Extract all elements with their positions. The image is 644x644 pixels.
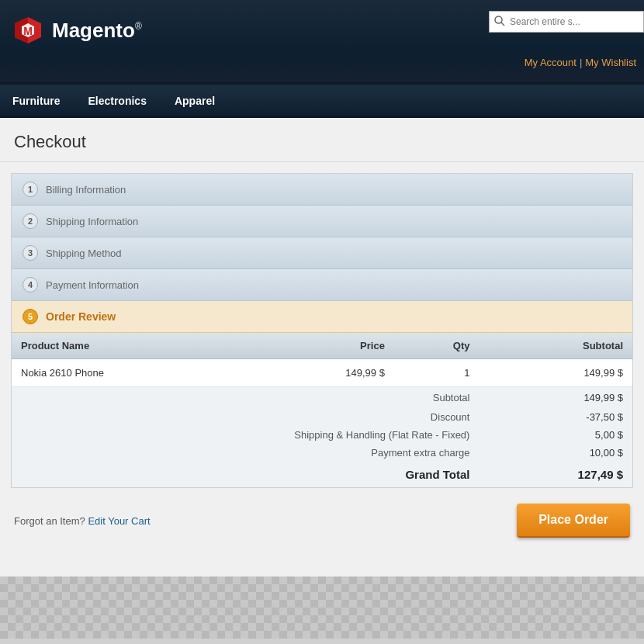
order-table: Product Name Price Qty Subtotal Nokia 26…	[12, 333, 632, 487]
step-label-2: Shipping Information	[46, 216, 138, 227]
step-label-3: Shipping Method	[46, 248, 122, 259]
separator: |	[580, 57, 582, 68]
grand-total-label: Grand Total	[12, 462, 479, 487]
checkout-footer: Forgot an Item? Edit Your Cart Place Ord…	[0, 488, 644, 553]
col-product-name: Product Name	[12, 333, 255, 359]
col-qty: Qty	[394, 333, 480, 359]
forgot-text: Forgot an Item? Edit Your Cart	[14, 515, 151, 527]
page-title-area: Checkout	[0, 118, 644, 162]
search-icon	[490, 12, 510, 32]
edit-cart-link[interactable]: Edit Your Cart	[88, 515, 150, 527]
logo-text: Magento®	[52, 19, 142, 43]
step-payment[interactable]: 4 Payment Information	[12, 269, 632, 301]
nav-item-apparel[interactable]: Apparel	[161, 85, 229, 117]
step-number-1: 1	[23, 182, 38, 197]
discount-row: Discount -37,50 $	[12, 408, 632, 426]
subtotal-value: 149,99 $	[479, 387, 632, 409]
grand-total-value: 127,49 $	[479, 462, 632, 487]
product-qty-cell: 1	[394, 359, 480, 387]
step-number-3: 3	[23, 245, 38, 261]
search-input[interactable]	[510, 16, 626, 27]
nav-bar: Furniture Electronics Apparel	[0, 85, 644, 118]
payment-extra-row: Payment extra charge 10,00 $	[12, 444, 632, 462]
payment-extra-label: Payment extra charge	[12, 444, 479, 462]
bottom-checkerboard	[0, 576, 644, 639]
page-content: Checkout 1 Billing Information 2 Shippin…	[0, 118, 644, 576]
discount-label: Discount	[12, 408, 479, 426]
step-shipping-method[interactable]: 3 Shipping Method	[12, 237, 632, 269]
subtotal-label: Subtotal	[12, 387, 479, 409]
step-order-review[interactable]: 5 Order Review	[12, 301, 632, 333]
payment-extra-value: 10,00 $	[479, 444, 632, 462]
account-links: My Account | My Wishlist	[525, 57, 636, 68]
logo-area: M Magento®	[12, 14, 142, 47]
search-bar[interactable]	[489, 11, 644, 33]
step-shipping-info[interactable]: 2 Shipping Information	[12, 206, 632, 237]
step-label-1: Billing Information	[46, 184, 126, 196]
logo-icon: M	[12, 14, 44, 47]
svg-text:M: M	[23, 25, 33, 37]
shipping-label: Shipping & Handling (Flat Rate - Fixed)	[12, 426, 479, 444]
col-price: Price	[255, 333, 394, 359]
product-price-cell: 149,99 $	[255, 359, 394, 387]
nav-item-furniture[interactable]: Furniture	[8, 85, 74, 117]
checkout-steps: 1 Billing Information 2 Shipping Informa…	[11, 173, 633, 488]
svg-point-0	[495, 16, 502, 23]
step-number-5: 5	[23, 309, 38, 324]
step-number-4: 4	[23, 277, 38, 293]
table-row: Nokia 2610 Phone 149,99 $ 1 149,99 $	[12, 359, 632, 387]
grand-total-row: Grand Total 127,49 $	[12, 462, 632, 487]
nav-item-electronics[interactable]: Electronics	[74, 85, 160, 117]
my-wishlist-link[interactable]: My Wishlist	[585, 57, 636, 68]
product-name-cell: Nokia 2610 Phone	[12, 359, 255, 387]
shipping-row: Shipping & Handling (Flat Rate - Fixed) …	[12, 426, 632, 444]
col-subtotal: Subtotal	[479, 333, 632, 359]
page-title: Checkout	[14, 132, 630, 152]
step-number-2: 2	[23, 213, 38, 229]
step-label-4: Payment Information	[46, 279, 139, 291]
page-wrapper: M Magento® My Account | My Wishlist Furn…	[0, 0, 644, 639]
step-billing[interactable]: 1 Billing Information	[12, 174, 632, 206]
place-order-button[interactable]: Place Order	[517, 504, 630, 538]
header: M Magento® My Account | My Wishlist	[0, 0, 644, 85]
subtotal-row: Subtotal 149,99 $	[12, 387, 632, 409]
discount-value: -37,50 $	[479, 408, 632, 426]
svg-line-1	[501, 23, 504, 26]
step-label-5: Order Review	[46, 310, 116, 323]
shipping-value: 5,00 $	[479, 426, 632, 444]
product-subtotal-cell: 149,99 $	[479, 359, 632, 387]
my-account-link[interactable]: My Account	[525, 57, 576, 68]
table-header-row: Product Name Price Qty Subtotal	[12, 333, 632, 359]
